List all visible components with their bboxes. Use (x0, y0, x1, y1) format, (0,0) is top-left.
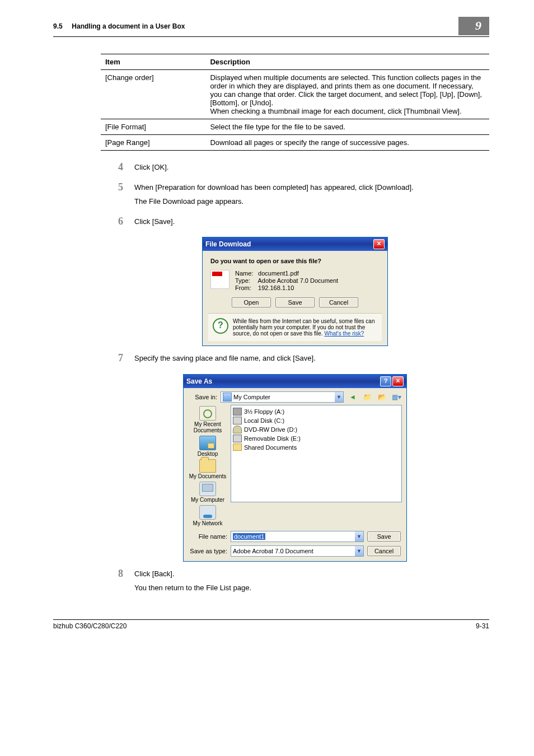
file-name-label: File name: (188, 533, 227, 540)
section-number: 9.5 (53, 22, 63, 30)
places-desktop[interactable]: Desktop (198, 436, 218, 457)
page-footer: bizhub C360/C280/C220 9-31 (53, 619, 489, 630)
places-my-network[interactable]: My Network (193, 505, 223, 526)
disk-icon (233, 417, 242, 424)
close-icon[interactable]: × (373, 239, 385, 249)
settings-table: Item Description [Change order] Displaye… (101, 54, 489, 151)
list-item[interactable]: Shared Documents (233, 443, 400, 452)
up-folder-icon[interactable]: 📁 (362, 392, 373, 402)
step-text: You then return to the File List page. (134, 582, 489, 594)
step-number: 5 (101, 182, 134, 211)
save-type-combo[interactable]: Adobe Acrobat 7.0 Document ▼ (231, 545, 364, 557)
list-item[interactable]: Removable Disk (E:) (233, 434, 400, 443)
chapter-badge: 9 (458, 17, 489, 35)
save-type-label: Save as type: (188, 548, 227, 554)
save-in-label: Save in: (188, 394, 217, 400)
help-icon: ? (213, 318, 228, 334)
chevron-down-icon[interactable]: ▼ (355, 531, 363, 542)
risk-link[interactable]: What's the risk? (324, 330, 364, 337)
page-header: 9.5 Handling a document in a User Box 9 (53, 17, 489, 37)
step-number: 7 (101, 353, 134, 367)
chevron-down-icon[interactable]: ▼ (355, 546, 363, 556)
places-recent[interactable]: My Recent Documents (188, 406, 227, 433)
table-row: [Change order] Displayed when multiple d… (101, 70, 489, 119)
dialog-prompt: Do you want to open or save this file? (210, 258, 380, 264)
file-name-field[interactable]: document1 ▼ (231, 531, 364, 542)
table-header-description: Description (205, 54, 489, 70)
list-item[interactable]: Local Disk (C:) (233, 416, 400, 425)
step-text: Specify the saving place and file name, … (134, 353, 489, 364)
dialog-title: Save As (186, 377, 212, 385)
name-label: Name: (235, 270, 256, 277)
from-value: 192.168.1.10 (258, 284, 294, 291)
step-text: The File Download page appears. (134, 196, 489, 207)
step-number: 4 (101, 162, 134, 176)
cancel-button[interactable]: Cancel (319, 297, 358, 307)
table-row: [Page Range] Download all pages or speci… (101, 135, 489, 151)
help-icon[interactable]: ? (380, 376, 391, 386)
places-my-computer[interactable]: My Computer (191, 482, 224, 503)
my-computer-icon (223, 393, 232, 402)
dvd-icon (233, 426, 242, 433)
footer-product: bizhub C360/C280/C220 (53, 622, 127, 630)
table-header-item: Item (101, 54, 205, 70)
save-button[interactable]: Save (367, 531, 401, 542)
section-title: Handling a document in a User Box (72, 22, 185, 30)
step-text: When [Preparation for download has been … (134, 182, 489, 193)
list-item[interactable]: DVD-RW Drive (D:) (233, 425, 400, 434)
type-value: Adobe Acrobat 7.0 Document (257, 277, 338, 284)
table-row: [File Format] Select the file type for t… (101, 119, 489, 135)
step-number: 6 (101, 216, 134, 231)
views-icon[interactable]: ▦▾ (391, 392, 402, 402)
places-my-documents[interactable]: My Documents (189, 459, 227, 479)
new-folder-icon[interactable]: 📂 (376, 392, 387, 402)
chevron-down-icon[interactable]: ▼ (335, 392, 343, 402)
list-item[interactable]: 3½ Floppy (A:) (233, 407, 400, 416)
close-icon[interactable]: × (392, 376, 404, 386)
step-number: 8 (101, 568, 134, 597)
open-button[interactable]: Open (232, 297, 271, 307)
file-list[interactable]: 3½ Floppy (A:) Local Disk (C:) DVD-RW Dr… (231, 405, 402, 502)
folder-icon (233, 444, 242, 451)
step-text: Click [Back]. (134, 568, 489, 580)
save-as-dialog: Save As ? × Save in: My Computer ▼ (183, 374, 407, 562)
name-value: document1.pdf (258, 270, 299, 277)
cancel-button[interactable]: Cancel (367, 546, 401, 556)
back-icon[interactable]: ◄ (347, 392, 358, 402)
step-text: Click [OK]. (134, 162, 489, 173)
save-button[interactable]: Save (275, 297, 315, 307)
floppy-icon (233, 408, 242, 416)
type-label: Type: (235, 277, 256, 284)
from-label: From: (235, 284, 256, 291)
save-in-combo[interactable]: My Computer ▼ (221, 391, 344, 403)
file-download-dialog: File Download × Do you want to open or s… (202, 237, 388, 346)
footer-page-number: 9-31 (476, 622, 489, 630)
pdf-file-icon (210, 270, 229, 289)
step-text: Click [Save]. (134, 216, 489, 227)
dialog-title: File Download (205, 240, 251, 248)
removable-disk-icon (233, 435, 242, 442)
